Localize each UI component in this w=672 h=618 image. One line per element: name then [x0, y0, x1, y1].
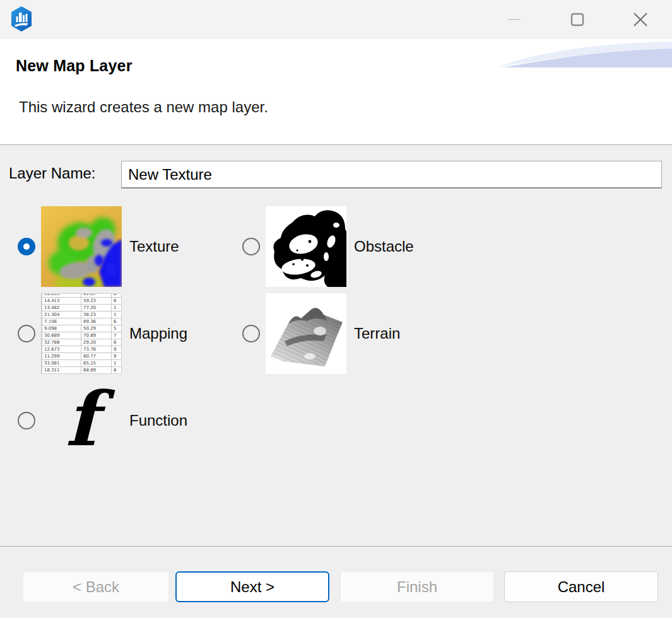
page-title: New Map Layer — [16, 57, 133, 75]
texture-option-label: Texture — [129, 238, 179, 255]
app-icon — [10, 6, 33, 32]
close-button[interactable] — [609, 2, 672, 37]
titlebar[interactable] — [0, 0, 672, 39]
option-texture[interactable]: Texture — [18, 206, 242, 287]
obstacle-preview-image — [266, 206, 346, 287]
header-swoosh-decoration — [497, 42, 672, 68]
terrain-radio[interactable] — [242, 325, 260, 342]
texture-preview-image — [41, 206, 122, 287]
next-button[interactable]: Next > — [175, 571, 329, 602]
option-function[interactable]: f Function — [18, 380, 242, 461]
wizard-content: Layer Name: — [0, 146, 672, 618]
obstacle-option-label: Obstacle — [354, 238, 414, 255]
maximize-button[interactable] — [546, 2, 609, 37]
maximize-icon — [569, 11, 586, 28]
option-obstacle[interactable]: Obstacle — [242, 206, 414, 287]
cancel-button[interactable]: Cancel — [504, 571, 658, 602]
mapping-preview-table: 16.20541.07614.41359.23613.48277.20121.3… — [42, 293, 122, 374]
back-button[interactable]: < Back — [23, 571, 169, 602]
mapping-preview-image: 16.20541.07614.41359.23613.48277.20121.3… — [41, 293, 122, 374]
minimize-icon — [506, 11, 522, 28]
option-terrain[interactable]: Terrain — [242, 293, 414, 374]
terrain-preview-image — [266, 293, 346, 374]
minimize-button[interactable] — [483, 2, 546, 37]
obstacle-radio[interactable] — [242, 238, 260, 255]
layer-name-label: Layer Name: — [9, 165, 95, 182]
footer-divider — [0, 546, 672, 547]
terrain-option-label: Terrain — [354, 325, 400, 342]
function-glyph: f — [41, 380, 122, 461]
mapping-option-label: Mapping — [129, 325, 187, 342]
texture-radio[interactable] — [18, 238, 35, 255]
finish-button[interactable]: Finish — [340, 571, 494, 602]
wizard-header: New Map Layer This wizard creates a new … — [0, 39, 672, 145]
mapping-radio[interactable] — [18, 325, 35, 342]
close-icon — [632, 11, 649, 28]
layer-type-options: Texture — [18, 206, 414, 461]
option-mapping[interactable]: 16.20541.07614.41359.23613.48277.20121.3… — [18, 293, 242, 374]
layer-name-input[interactable] — [121, 161, 662, 189]
function-radio[interactable] — [18, 412, 35, 429]
window-controls — [483, 0, 672, 39]
function-option-label: Function — [129, 412, 187, 429]
page-subtitle: This wizard creates a new map layer. — [19, 98, 268, 116]
new-map-layer-wizard-window: New Map Layer This wizard creates a new … — [0, 0, 672, 618]
